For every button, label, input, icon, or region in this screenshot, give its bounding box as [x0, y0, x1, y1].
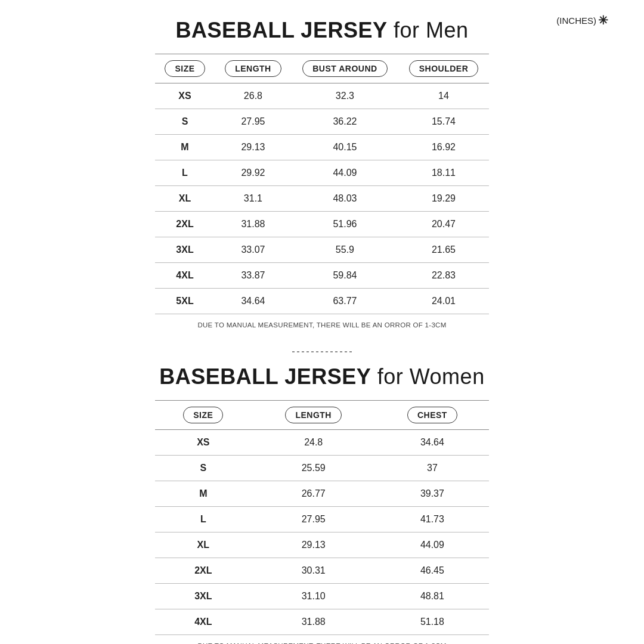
shoulder-cell: 20.47 [398, 212, 489, 237]
table-row: 5XL 34.64 63.77 24.01 [155, 289, 489, 314]
shoulder-cell: 24.01 [398, 289, 489, 314]
size-cell: 4XL [155, 263, 215, 289]
women-title-bold: BASEBALL JERSEY [159, 364, 371, 389]
size-cell: L [155, 160, 215, 186]
chest-cell: 39.37 [376, 481, 489, 507]
table-row: M 29.13 40.15 16.92 [155, 135, 489, 160]
men-col-size: SIZE [155, 54, 215, 83]
men-size-table: SIZE LENGTH BUST AROUND SHOULDER XS 26.8… [155, 54, 489, 314]
length-cell: 31.1 [215, 186, 292, 212]
table-row: 2XL 30.31 46.45 [155, 558, 489, 584]
women-size-table: SIZE LENGTH CHEST XS 24.8 34.64 S 25.59 … [155, 400, 489, 635]
length-cell: 29.13 [215, 135, 292, 160]
size-cell: XS [155, 430, 252, 456]
table-row: 4XL 31.88 51.18 [155, 609, 489, 635]
table-row: 3XL 31.10 48.81 [155, 584, 489, 609]
women-table-header-row: SIZE LENGTH CHEST [155, 401, 489, 430]
men-note: DUE TO MANUAL MEASUREMENT, THERE WILL BE… [155, 321, 489, 329]
length-cell: 26.77 [252, 481, 376, 507]
women-col-chest: CHEST [376, 401, 489, 430]
length-cell: 29.92 [215, 160, 292, 186]
shoulder-cell: 21.65 [398, 237, 489, 263]
shoulder-cell: 16.92 [398, 135, 489, 160]
table-row: S 27.95 36.22 15.74 [155, 109, 489, 135]
men-title-bold: BASEBALL JERSEY [176, 18, 388, 42]
length-cell: 33.07 [215, 237, 292, 263]
men-title-thin: for Men [387, 18, 468, 42]
length-cell: 31.88 [252, 609, 376, 635]
length-cell: 25.59 [252, 456, 376, 481]
size-cell: 3XL [155, 584, 252, 609]
section-divider [292, 351, 352, 352]
bust-cell: 51.96 [292, 212, 398, 237]
chest-cell: 51.18 [376, 609, 489, 635]
size-cell: S [155, 456, 252, 481]
inches-text: (INCHES) [556, 16, 596, 26]
bust-cell: 40.15 [292, 135, 398, 160]
inches-label: (INCHES) ✳ [556, 13, 608, 27]
length-cell: 29.13 [252, 532, 376, 558]
length-cell: 31.88 [215, 212, 292, 237]
size-cell: XL [155, 532, 252, 558]
table-row: 4XL 33.87 59.84 22.83 [155, 263, 489, 289]
table-row: XL 29.13 44.09 [155, 532, 489, 558]
length-cell: 27.95 [215, 109, 292, 135]
length-cell: 30.31 [252, 558, 376, 584]
shoulder-cell: 19.29 [398, 186, 489, 212]
table-row: XS 24.8 34.64 [155, 430, 489, 456]
chest-cell: 48.81 [376, 584, 489, 609]
size-cell: 5XL [155, 289, 215, 314]
length-cell: 31.10 [252, 584, 376, 609]
table-row: XL 31.1 48.03 19.29 [155, 186, 489, 212]
men-section: BASEBALL JERSEY for Men SIZE LENGTH BUST… [155, 18, 489, 329]
table-row: L 27.95 41.73 [155, 507, 489, 532]
bust-cell: 55.9 [292, 237, 398, 263]
table-row: S 25.59 37 [155, 456, 489, 481]
table-row: XS 26.8 32.3 14 [155, 83, 489, 109]
women-col-length: LENGTH [252, 401, 376, 430]
men-section-title: BASEBALL JERSEY for Men [155, 18, 489, 43]
table-row: 3XL 33.07 55.9 21.65 [155, 237, 489, 263]
size-cell: 2XL [155, 558, 252, 584]
shoulder-cell: 18.11 [398, 160, 489, 186]
bust-cell: 59.84 [292, 263, 398, 289]
asterisk-icon: ✳ [598, 13, 608, 27]
bust-cell: 36.22 [292, 109, 398, 135]
chest-cell: 44.09 [376, 532, 489, 558]
size-cell: 2XL [155, 212, 215, 237]
bust-cell: 32.3 [292, 83, 398, 109]
length-cell: 34.64 [215, 289, 292, 314]
size-cell: M [155, 135, 215, 160]
length-cell: 26.8 [215, 83, 292, 109]
table-row: L 29.92 44.09 18.11 [155, 160, 489, 186]
size-cell: 4XL [155, 609, 252, 635]
women-title-thin: for Women [371, 364, 484, 389]
men-col-bust: BUST AROUND [292, 54, 398, 83]
women-section-title: BASEBALL JERSEY for Women [155, 364, 489, 389]
chest-cell: 46.45 [376, 558, 489, 584]
length-cell: 33.87 [215, 263, 292, 289]
chest-cell: 34.64 [376, 430, 489, 456]
length-cell: 24.8 [252, 430, 376, 456]
bust-cell: 44.09 [292, 160, 398, 186]
men-col-length: LENGTH [215, 54, 292, 83]
size-cell: XL [155, 186, 215, 212]
size-cell: S [155, 109, 215, 135]
table-row: M 26.77 39.37 [155, 481, 489, 507]
men-col-shoulder: SHOULDER [398, 54, 489, 83]
shoulder-cell: 14 [398, 83, 489, 109]
shoulder-cell: 22.83 [398, 263, 489, 289]
women-section: BASEBALL JERSEY for Women SIZE LENGTH CH… [155, 364, 489, 644]
size-cell: L [155, 507, 252, 532]
shoulder-cell: 15.74 [398, 109, 489, 135]
table-row: 2XL 31.88 51.96 20.47 [155, 212, 489, 237]
women-col-size: SIZE [155, 401, 252, 430]
chest-cell: 41.73 [376, 507, 489, 532]
bust-cell: 63.77 [292, 289, 398, 314]
bust-cell: 48.03 [292, 186, 398, 212]
size-cell: M [155, 481, 252, 507]
size-cell: XS [155, 83, 215, 109]
length-cell: 27.95 [252, 507, 376, 532]
chest-cell: 37 [376, 456, 489, 481]
size-cell: 3XL [155, 237, 215, 263]
